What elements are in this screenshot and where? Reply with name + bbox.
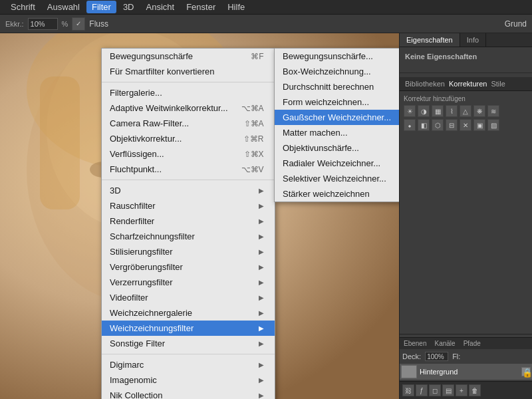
filter-menu-item-3d-label: 3D (110, 186, 121, 196)
filter-menu-item-renderfilter[interactable]: Renderfilter ▶ (102, 213, 275, 229)
delete-layer-btn[interactable]: 🗑 (469, 384, 481, 396)
verzerrung-arrow-icon: ▶ (259, 279, 264, 286)
properties-content: Keine Eigenschaften (400, 47, 532, 68)
weich-objektiv-label: Objektivunschärfe... (283, 143, 359, 153)
filter-menu-item-weichzeichnung[interactable]: Weichzeichnungsfilter ▶ (102, 321, 275, 336)
tab-kanaele[interactable]: Kanäle (430, 338, 459, 349)
filter-menu-item-videofilter-label: Videofilter (110, 293, 148, 303)
filter-menu-item-smartfilter[interactable]: Für Smartfilter konvertieren (102, 64, 275, 79)
filter-menu-item-videofilter[interactable]: Videofilter ▶ (102, 290, 275, 305)
filter-menu-item-imagenomic[interactable]: Imagenomic ▶ (102, 372, 275, 388)
new-layer-btn[interactable]: + (456, 384, 467, 396)
photofilter-icon-btn[interactable]: ⬡ (432, 119, 444, 131)
contrast-icon-btn[interactable]: ◑ (418, 105, 430, 117)
tab-ebenen[interactable]: Ebenen (400, 338, 430, 349)
exposure-icon-btn[interactable]: △ (460, 105, 471, 117)
filter-menu-item-vergroberung[interactable]: Vergröberungsfilter ▶ (102, 259, 275, 275)
filter-menu-item-cameraraw[interactable]: Camera Raw-Filter... ⇧⌘A (102, 116, 275, 131)
curves-icon-btn[interactable]: ⌇ (446, 105, 458, 117)
bw-icon-btn[interactable]: ◧ (418, 119, 430, 131)
filter-menu-item-objektiv[interactable]: Objektivkorrektur... ⇧⌘R (102, 131, 275, 146)
link-layers-btn[interactable]: ⛓ (402, 384, 414, 396)
3d-arrow-icon: ▶ (259, 187, 264, 194)
menu-item-hilfe[interactable]: Hilfe (222, 1, 250, 13)
posterize-icon-btn[interactable]: ▨ (487, 119, 499, 131)
layer-thumbnail (401, 365, 417, 378)
filter-menu-item-rauschfilter[interactable]: Rauschfilter ▶ (102, 198, 275, 213)
new-group-btn[interactable]: ▤ (442, 384, 454, 396)
tab-stile[interactable]: Stile (491, 80, 505, 88)
hsl-icon-btn[interactable]: ≋ (487, 105, 499, 117)
weich-submenu[interactable]: Bewegungsunschärfe... Box-Weichzeichnung… (274, 48, 399, 202)
weichzeichnung-arrow-icon: ▶ (259, 325, 264, 332)
menu-bar: Schrift Auswahl Filter 3D Ansicht Fenste… (0, 0, 532, 15)
weich-box[interactable]: Box-Weichzeichnung... (275, 64, 399, 79)
menu-item-fenster[interactable]: Fenster (181, 1, 221, 13)
menu-item-schrift[interactable]: Schrift (5, 1, 41, 13)
filter-dropdown-menu[interactable]: Bewegungsunschärfe ⌘F Für Smartfilter ko… (101, 48, 275, 399)
menu-item-ansicht[interactable]: Ansicht (141, 1, 180, 13)
toolbar-grund-label: Grund (505, 19, 527, 29)
filter-menu-item-digimarc[interactable]: Digimarc ▶ (102, 357, 275, 372)
add-style-btn[interactable]: ƒ (416, 384, 428, 396)
colormatch-icon-btn[interactable]: ✕ (460, 119, 471, 131)
filter-menu-item-bewegungsunschaerfe[interactable]: Bewegungsunschärfe ⌘F (102, 49, 275, 64)
filter-menu-item-verfluessigen-label: Verflüssigen... (110, 149, 164, 159)
tab-pfade[interactable]: Pfade (460, 338, 485, 349)
weich-form-label: Form weichzeichnen... (283, 97, 369, 107)
weich-bewegung[interactable]: Bewegungsunschärfe... (275, 49, 399, 64)
menu-item-auswahl[interactable]: Auswahl (42, 1, 85, 13)
tab-bibliotheken[interactable]: Bibliotheken (405, 80, 445, 88)
sonstige-arrow-icon: ▶ (259, 340, 264, 347)
filter-menu-item-filtergalerie[interactable]: Filtergalerie... (102, 85, 275, 100)
toolbar: Ekkr.: % ✓ Fluss Grund (0, 15, 532, 33)
filter-menu-item-verfluessigen[interactable]: Verflüssigen... ⇧⌘X (102, 146, 275, 162)
canvas-area: Bewegungsunschärfe ⌘F Für Smartfilter ko… (0, 33, 399, 399)
weichgalerie-arrow-icon: ▶ (259, 309, 264, 317)
imagenomic-arrow-icon: ▶ (259, 376, 264, 384)
weich-staerker[interactable]: Stärker weichzeichnen (275, 186, 399, 201)
renderfilter-arrow-icon: ▶ (259, 217, 264, 225)
weich-durchschnitt[interactable]: Durchschnitt berechnen (275, 79, 399, 94)
invert-icon-btn[interactable]: ▣ (473, 119, 485, 131)
channelmix-icon-btn[interactable]: ⊟ (446, 119, 458, 131)
vibrance-icon-btn[interactable]: ❋ (473, 105, 485, 117)
opacity-input[interactable] (425, 352, 448, 361)
fill-label: Fl: (452, 352, 460, 360)
levels-icon-btn[interactable]: ▦ (432, 105, 444, 117)
filter-menu-item-stilisierung-label: Stilisierungsfilter (110, 247, 173, 257)
tab-info[interactable]: Info (460, 33, 486, 47)
zoom-input[interactable] (28, 18, 58, 30)
weich-selektiv[interactable]: Selektiver Weichzeichner... (275, 171, 399, 186)
weich-matter[interactable]: Matter machen... (275, 125, 399, 140)
filter-menu-item-weichgalerie[interactable]: Weichzeichnergalerie ▶ (102, 305, 275, 321)
filter-menu-item-stilisierung[interactable]: Stilisierungsfilter ▶ (102, 244, 275, 259)
separator-3 (102, 354, 275, 354)
brightness-icon-btn[interactable]: ☀ (404, 105, 416, 117)
weich-selektiv-label: Selektiver Weichzeichner... (283, 174, 386, 184)
icon-row-1: ☀ ◑ ▦ ⌇ △ ❋ ≋ (404, 105, 528, 117)
tab-eigenschaften[interactable]: Eigenschaften (400, 33, 460, 47)
filter-menu-item-adaptive-shortcut: ⌥⌘A (241, 104, 264, 113)
weich-gauss[interactable]: Gaußscher Weichzeichner... (275, 110, 399, 125)
filter-menu-item-bewegungsunschaerfe-label: Bewegungsunschärfe (110, 51, 193, 61)
colorbalance-icon-btn[interactable]: ⬥ (404, 119, 416, 131)
menu-item-filter[interactable]: Filter (86, 1, 116, 13)
filter-menu-item-nikcollection[interactable]: Nik Collection ▶ (102, 388, 275, 399)
weich-form[interactable]: Form weichzeichnen... (275, 94, 399, 110)
properties-tabs: Eigenschaften Info (400, 33, 532, 47)
filter-menu-item-scharfzeichnung[interactable]: Scharfzeichnungsfilter ▶ (102, 229, 275, 244)
filter-menu-item-objektiv-shortcut: ⇧⌘R (243, 134, 264, 144)
add-mask-btn[interactable]: ◻ (429, 384, 441, 396)
menu-item-3d[interactable]: 3D (118, 1, 140, 13)
weich-radial[interactable]: Radialer Weichzeichner... (275, 156, 399, 171)
toolbar-icon1[interactable]: ✓ (72, 17, 85, 31)
weich-objektiv[interactable]: Objektivunschärfe... (275, 140, 399, 156)
filter-menu-item-fluchtpunkt[interactable]: Fluchtpunkt... ⌥⌘V (102, 162, 275, 177)
filter-menu-item-3d[interactable]: 3D ▶ (102, 183, 275, 198)
filter-menu-item-verzerrung[interactable]: Verzerrungsfilter ▶ (102, 275, 275, 290)
filter-menu-item-sonstige[interactable]: Sonstige Filter ▶ (102, 336, 275, 351)
filter-menu-item-adaptive[interactable]: Adaptive Weitwinkelkorrektur... ⌥⌘A (102, 100, 275, 116)
filter-menu-item-cameraraw-label: Camera Raw-Filter... (110, 118, 189, 128)
tab-korrekturen[interactable]: Korrekturen (449, 80, 487, 88)
